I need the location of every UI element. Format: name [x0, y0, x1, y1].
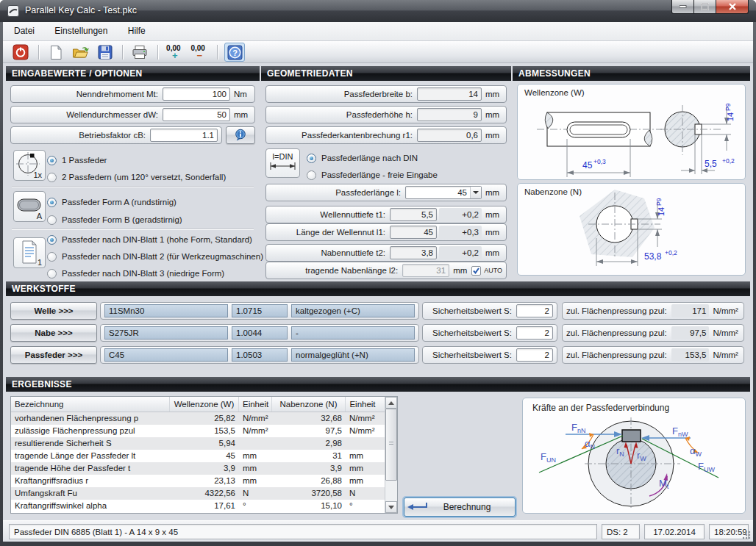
passfederlaenge-combobox[interactable]: 45: [405, 186, 482, 199]
option-form-a[interactable]: Passfeder Form A (rundstirnig): [47, 195, 176, 209]
result-name: tragende Länge der Passfeder lt: [11, 450, 170, 462]
field-unit: mm: [482, 210, 502, 219]
plus-icon: +: [172, 50, 178, 61]
field-unit: Nm: [230, 90, 251, 98]
svg-text:FnN: FnN: [571, 422, 585, 434]
info-button[interactable]: [226, 126, 255, 144]
welle-safety-input[interactable]: 2: [516, 304, 553, 317]
panel-dimensions: ABMESSUNGEN Wellenzone (W): [513, 66, 750, 279]
field-unit: mm: [482, 248, 502, 257]
help-button[interactable]: ?: [224, 43, 245, 62]
icon-label: A: [37, 212, 42, 220]
icon-label: l=DIN: [266, 149, 299, 161]
combo-dropdown-button[interactable]: [470, 187, 481, 198]
result-w-unit: mm: [239, 462, 272, 475]
betriebsfaktor-input[interactable]: 1.1: [150, 129, 218, 142]
option-form-b[interactable]: Passfeder Form B (geradstirnig): [47, 213, 182, 226]
field-passfederbreite: Passfederbreite b: 14 mm: [265, 85, 507, 103]
option-din-blatt-1[interactable]: Passfeder nach DIN-Blatt 1 (hohe Form, S…: [47, 233, 252, 246]
field-label: Passfederlänge l:: [266, 188, 405, 197]
nabe-pressure-box: zul. Flächenpressung pzul: 97,5 N/mm²: [562, 324, 744, 342]
result-n-unit: °: [346, 500, 379, 512]
berechnung-button[interactable]: Berechnung: [404, 497, 516, 517]
nabenlaenge-value: 31: [402, 264, 449, 277]
print-button[interactable]: [129, 43, 150, 62]
material-number: 1.0715: [232, 304, 288, 317]
title-bar[interactable]: Parallel Key Calc - Test.pkc: [0, 0, 756, 22]
column-header: Bezeichnung: [11, 397, 170, 412]
status-message: Passfeder DIN 6885 (Blatt 1) - A 14 x 9 …: [9, 524, 597, 539]
option-laenge-frei[interactable]: Passfederlänge - freie Eingabe: [307, 168, 438, 182]
option-label: 2 Passfedern (um 120° versetzt, Sonderfa…: [57, 173, 226, 182]
scroll-down-button[interactable]: [385, 501, 397, 513]
material-name: 11SMn30: [104, 304, 228, 317]
nabennuttiefe-value: 3,8: [390, 246, 437, 259]
field-label: Betriebsfaktor cB:: [11, 131, 150, 140]
passfeder-safety-box: Sicherheitsbeiwert S: 2: [422, 346, 557, 364]
option-2-passfedern[interactable]: 2 Passfedern (um 120° versetzt, Sonderfa…: [47, 170, 226, 184]
exit-button[interactable]: [10, 43, 31, 62]
option-din-blatt-3[interactable]: Passfeder nach DIN-Blatt 3 (niedrige For…: [47, 267, 224, 280]
menu-einstellungen[interactable]: Einstellungen: [48, 22, 114, 40]
radio-icon[interactable]: [47, 235, 57, 245]
welle-material-box: 11SMn30 1.0715 kaltgezogen (+C): [100, 302, 419, 320]
result-n-unit: mm: [346, 462, 379, 475]
radio-icon[interactable]: [47, 252, 57, 262]
nabe-material-button[interactable]: Nabe >>>: [10, 324, 97, 342]
close-button[interactable]: [716, 0, 749, 14]
result-w-unit: N/mm²: [239, 425, 272, 437]
scrollbar-thumb[interactable]: [385, 409, 397, 481]
table-row: Kraftangriffsradius r 23,13 mm 26,88 mm: [11, 475, 397, 487]
auto-label: AUTO: [481, 267, 502, 274]
scroll-up-button[interactable]: [385, 397, 397, 409]
material-treatment: normalgeglüht (+N): [291, 348, 415, 362]
material-name: C45: [104, 348, 228, 362]
table-row: vorhandenen Flächenpressung p 25,82 N/mm…: [11, 412, 397, 425]
radio-icon[interactable]: [47, 173, 57, 182]
wellendurchmesser-input[interactable]: 50: [163, 108, 230, 121]
field-label: Passfederbreite b:: [266, 90, 417, 98]
new-file-button[interactable]: [46, 43, 66, 62]
radio-icon[interactable]: [307, 170, 316, 180]
field-nabenlaenge: tragende Nabenlänge l2: 31 mm AUTO: [265, 262, 507, 279]
laenge-wellennut-value: 45: [390, 226, 437, 239]
welle-material-button[interactable]: Welle >>>: [10, 302, 97, 320]
option-1-passfeder[interactable]: 1 Passfeder: [47, 154, 107, 167]
save-button[interactable]: [95, 43, 115, 62]
radio-icon[interactable]: [47, 156, 57, 165]
passfeder-material-button[interactable]: Passfeder >>>: [10, 346, 97, 364]
field-label: zul. Flächenpressung pzul:: [566, 351, 671, 359]
result-n: 2,98: [272, 437, 346, 450]
open-file-button[interactable]: [70, 43, 90, 62]
decimals-increase-button[interactable]: 0,00 +: [165, 43, 185, 62]
minimize-button[interactable]: [671, 0, 694, 14]
table-row: Kraftangriffswinkel alpha 17,61 ° 15,10 …: [11, 500, 397, 512]
maximize-button[interactable]: [693, 0, 716, 14]
svg-text:?: ?: [232, 48, 238, 57]
passfeder-safety-input[interactable]: 2: [516, 348, 553, 362]
option-laenge-din[interactable]: Passfederlänge nach DIN: [307, 151, 418, 165]
radio-icon[interactable]: [47, 215, 57, 225]
result-w: 5,94: [170, 437, 239, 450]
resize-grip[interactable]: [741, 530, 752, 540]
table-row: resultierende Sicherheit S 5,94 2,98: [11, 437, 397, 450]
nabe-material-box: S275JR 1.0044 -: [100, 324, 419, 342]
decimals-decrease-button[interactable]: 0,00 −: [189, 43, 210, 62]
menu-hilfe[interactable]: Hilfe: [121, 22, 152, 40]
nabe-safety-input[interactable]: 2: [516, 326, 553, 340]
menu-datei[interactable]: Datei: [7, 22, 41, 40]
results-scrollbar[interactable]: [385, 397, 397, 513]
option-din-blatt-2[interactable]: Passfeder nach DIN-Blatt 2 (für Werkzeug…: [47, 250, 263, 263]
field-label: Wellendurchmesser dW:: [11, 110, 163, 119]
field-unit: mm: [482, 228, 502, 237]
radio-icon[interactable]: [307, 154, 316, 163]
auto-checkbox[interactable]: [471, 266, 481, 276]
radio-icon[interactable]: [47, 198, 57, 207]
decimals-decrease-icon: 0,00 −: [190, 44, 208, 60]
svg-text:+0,3: +0,3: [593, 158, 606, 165]
field-label: Passfederhöhe h:: [266, 110, 417, 119]
radio-icon[interactable]: [47, 269, 57, 279]
table-row: Umfangskraft Fu 4322,56 N 3720,58 N: [11, 487, 397, 500]
result-w: 23,13: [170, 475, 239, 487]
nenndrehmoment-input[interactable]: 100: [163, 87, 230, 101]
